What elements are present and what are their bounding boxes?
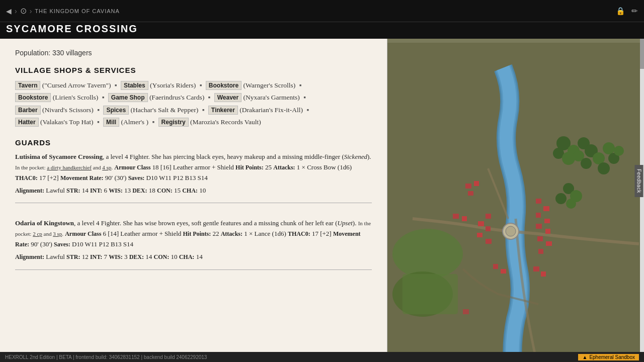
svg-rect-42 (493, 264, 498, 269)
shop-name-bookstore2: (Lirien's Scrolls) (53, 94, 99, 101)
svg-rect-33 (545, 229, 550, 234)
guard1-mv-label: Movement Rate: (60, 174, 104, 182)
shop-name-bookstore1: (Warnger's Scrolls) (244, 81, 296, 89)
map-svg[interactable] (387, 39, 644, 362)
guard1-name: Lutisima of Sycamore Crossing (15, 153, 103, 160)
sep8: ▪ (202, 106, 205, 114)
guard1-thac0-label: THAC0: (15, 174, 38, 182)
shop-name-registry: (Marozia's Records Vault) (190, 118, 261, 126)
sep10: ▪ (97, 118, 100, 126)
shop-type-tavern[interactable]: Tavern (15, 81, 40, 90)
svg-rect-32 (536, 224, 542, 229)
guard2-saves: D10 W11 P12 B13 S14 (72, 240, 133, 248)
shop-name-barber: (Nivard's Scissors) (42, 106, 94, 114)
svg-rect-28 (536, 199, 541, 204)
guard1-attacks-label: Attacks: (273, 164, 295, 171)
guard1-con: 15 (174, 187, 181, 194)
guard2-wis: 3 (124, 253, 128, 260)
guard2-con: 10 (171, 253, 177, 260)
svg-point-20 (566, 199, 576, 209)
svg-point-13 (603, 142, 615, 154)
svg-rect-26 (453, 214, 459, 219)
svg-rect-27 (462, 216, 467, 221)
svg-rect-40 (477, 233, 482, 237)
shop-name-tavern: ("Cursed Arrow Tavern") (42, 81, 111, 89)
guard1-hp-label: Hit Points: (235, 164, 264, 171)
svg-rect-45 (541, 272, 546, 277)
sep5: ▪ (208, 94, 211, 101)
sep4: ▪ (102, 94, 105, 101)
shop-name-spices: (Hachar's Salt & Pepper) (131, 106, 199, 114)
back-icon[interactable]: ◀ (6, 7, 12, 15)
shop-type-bookstore1[interactable]: Bookstore (206, 81, 242, 90)
guard1-wis-label: WIS: (109, 187, 122, 194)
svg-point-12 (581, 158, 592, 169)
sep11: ▪ (152, 118, 154, 126)
guard1-wis: 13 (124, 187, 131, 194)
shop-type-bookstore2[interactable]: Bookstore (15, 93, 51, 102)
guard1-str: 14 (82, 187, 89, 194)
statusbar: HEXROLL 2nd Edition | BETA | frontend bu… (0, 352, 644, 362)
page-title: SYCAMORE CROSSING (6, 23, 138, 34)
svg-point-22 (506, 226, 516, 236)
population: Population: 330 villagers (15, 49, 372, 57)
shop-name-tinkerer: (Drakarian's Fix-it-All) (239, 106, 303, 114)
guard2-align: Lawful (46, 253, 65, 260)
edit-icon[interactable]: ✏ (631, 7, 638, 16)
guard1-attacks: 1 × Cross Bow (1d6) (297, 163, 352, 171)
guard1-align-label: Alignment: (15, 187, 44, 194)
shop-type-hatter[interactable]: Hatter (15, 118, 39, 127)
svg-rect-41 (486, 239, 492, 244)
sep7: ▪ (97, 106, 100, 114)
left-panel: Population: 330 villagers VILLAGE SHOPS … (0, 39, 387, 362)
topbar-actions: 🔒 ✏ (616, 7, 638, 16)
shop-type-barber[interactable]: Barber (15, 106, 41, 115)
guard1-dex-label: DEX: (132, 187, 147, 194)
guard1-saves: D10 W11 P12 B13 S14 (146, 174, 208, 182)
kingdom-icon[interactable]: ⊙ (20, 6, 27, 16)
shops-list: Tavern ("Cursed Arrow Tavern") ▪ Stables… (15, 79, 372, 128)
shop-name-hatter: (Valakas's Top Hat) (40, 118, 93, 126)
scroll-thumb[interactable] (640, 39, 644, 69)
svg-rect-38 (478, 221, 484, 226)
guard1-align: Lawful (46, 187, 65, 194)
svg-rect-44 (533, 266, 539, 272)
guard-1: Lutisima of Sycamore Crossing, a level 4… (15, 152, 372, 196)
shop-type-spices[interactable]: Spices (103, 106, 129, 115)
shop-type-weaver[interactable]: Weaver (214, 93, 242, 102)
shop-type-mill[interactable]: Mill (103, 118, 119, 127)
scroll-indicator[interactable] (640, 39, 644, 362)
guard2-str-label: STR: (66, 253, 80, 260)
guard2-int-label: INT: (90, 253, 102, 260)
guard2-hp: 22 (212, 230, 219, 237)
guard2-str: 12 (82, 253, 89, 260)
warning-icon: ▲ (582, 354, 587, 360)
lock-icon[interactable]: 🔒 (616, 7, 625, 16)
shop-type-gameshop[interactable]: Game Shop (108, 93, 148, 102)
map-panel[interactable]: Feedback (387, 39, 644, 362)
svg-rect-24 (474, 181, 479, 186)
feedback-tab[interactable]: Feedback (635, 165, 643, 197)
guard-divider-1 (15, 203, 372, 203)
guard2-cha-label: CHA: (179, 253, 195, 260)
shop-type-registry[interactable]: Registry (158, 118, 189, 127)
guard1-mv: 90' (30') (105, 174, 127, 182)
guard2-ac-label: Armour Class (65, 230, 101, 237)
guard2-attacks-label: Attacks: (221, 230, 243, 237)
shop-type-stables[interactable]: Stables (121, 81, 148, 90)
svg-rect-23 (465, 184, 471, 189)
guard1-hp: 25 (265, 163, 272, 171)
guard1-condition: Sickened (344, 153, 367, 160)
sep3: ▪ (299, 81, 302, 89)
guard2-name: Odaria of Kingstown (15, 219, 74, 227)
guard2-attacks: 1 × Lance (1d6) (244, 230, 286, 237)
svg-rect-29 (543, 206, 549, 211)
guard2-dex-label: DEX: (129, 253, 144, 260)
shop-type-tinkerer[interactable]: Tinkerer (208, 106, 238, 115)
guard1-thac0: 17 [+2] (39, 174, 59, 182)
svg-rect-30 (536, 213, 541, 218)
svg-rect-43 (501, 269, 506, 274)
guard1-saves-label: Saves: (128, 174, 145, 182)
sep1: ▪ (115, 81, 117, 89)
guards-section-title: GUARDS (15, 138, 372, 147)
